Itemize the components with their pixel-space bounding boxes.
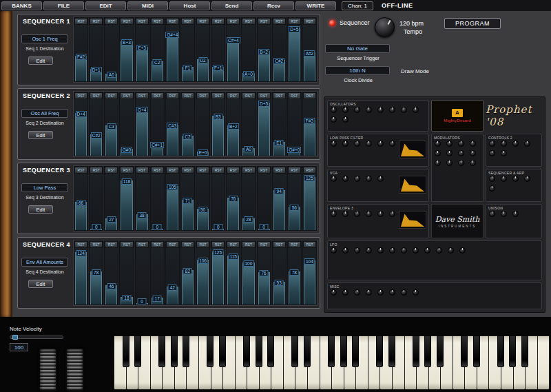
knob[interactable] (458, 160, 464, 166)
step-reset-button[interactable]: RST (90, 242, 102, 247)
black-key[interactable] (388, 336, 395, 367)
knob[interactable] (489, 150, 495, 156)
step-bar[interactable] (75, 252, 87, 305)
step-bar[interactable] (304, 120, 315, 156)
step-bar[interactable] (304, 260, 315, 305)
knob[interactable] (354, 247, 360, 254)
step-reset-button[interactable]: RST (167, 167, 178, 173)
knob[interactable] (354, 107, 360, 113)
knob[interactable] (470, 150, 476, 156)
knob[interactable] (436, 247, 442, 254)
tempo-knob[interactable] (375, 17, 395, 37)
step-bar-area[interactable]: G#+0 (288, 99, 301, 156)
step-bar[interactable] (273, 190, 285, 230)
knob[interactable] (331, 289, 337, 296)
knob[interactable] (342, 141, 349, 147)
black-key[interactable] (219, 336, 226, 367)
step-bar-area[interactable]: B+2 (227, 99, 240, 156)
knob[interactable] (459, 247, 466, 254)
step-bar-area[interactable]: C#2 (273, 25, 286, 81)
step-reset-button[interactable]: RST (75, 93, 87, 99)
step-bar[interactable] (121, 180, 132, 230)
black-key[interactable] (461, 336, 468, 367)
step-reset-button[interactable]: RST (258, 167, 270, 173)
knob[interactable] (366, 289, 372, 296)
step-reset-button[interactable]: RST (242, 242, 254, 247)
knob[interactable] (389, 289, 395, 296)
step-bar-area[interactable]: 105 (166, 174, 179, 230)
step-reset-button[interactable]: RST (136, 167, 148, 173)
step-bar-area[interactable]: A#2 (303, 25, 316, 81)
step-bar-area[interactable]: 0 (211, 174, 225, 230)
black-key[interactable] (352, 336, 359, 367)
step-reset-button[interactable]: RST (105, 19, 117, 24)
step-bar-area[interactable]: 38 (136, 174, 149, 230)
step-bar-area[interactable]: 42 (166, 248, 179, 305)
knob[interactable] (501, 141, 507, 147)
mod-wheel[interactable] (65, 348, 84, 392)
step-reset-button[interactable]: RST (289, 93, 300, 99)
step-bar[interactable] (304, 177, 315, 230)
knob[interactable] (354, 176, 360, 182)
step-reset-button[interactable]: RST (258, 242, 270, 247)
step-bar-area[interactable]: D+4 (74, 99, 87, 156)
step-reset-button[interactable]: RST (152, 93, 163, 99)
menu-button-send[interactable]: Send (211, 1, 252, 10)
step-reset-button[interactable]: RST (227, 19, 239, 24)
destination-selector[interactable]: Env All Amounts (21, 258, 68, 267)
knob[interactable] (446, 141, 453, 147)
step-bar-area[interactable]: 106 (196, 248, 209, 305)
step-bar-area[interactable]: F#3 (303, 99, 316, 156)
knob[interactable] (342, 211, 349, 217)
knob[interactable] (458, 141, 464, 147)
step-bar-area[interactable]: B+3 (120, 25, 133, 81)
knob[interactable] (377, 107, 384, 113)
black-key[interactable] (267, 336, 274, 367)
note-velocity-slider-thumb[interactable] (12, 335, 18, 340)
step-bar-area[interactable]: C#+4 (227, 25, 240, 81)
step-reset-button[interactable]: RST (197, 242, 209, 247)
black-key[interactable] (304, 336, 311, 367)
step-bar-area[interactable]: 125 (303, 174, 316, 230)
step-reset-button[interactable]: RST (242, 19, 254, 24)
step-reset-button[interactable]: RST (227, 167, 239, 173)
step-bar-area[interactable]: 125 (211, 248, 225, 305)
knob[interactable] (377, 141, 384, 147)
knob[interactable] (446, 160, 453, 166)
step-bar[interactable] (182, 200, 194, 230)
edit-button[interactable]: Edit (28, 280, 53, 288)
step-bar-area[interactable]: 0 (136, 248, 149, 305)
knob[interactable] (413, 289, 419, 296)
knob[interactable] (435, 160, 441, 166)
step-bar-area[interactable]: 100 (242, 248, 255, 305)
knob[interactable] (489, 185, 495, 192)
step-reset-button[interactable]: RST (273, 19, 285, 24)
step-reset-button[interactable]: RST (121, 167, 132, 173)
knob[interactable] (331, 247, 337, 254)
knob[interactable] (331, 176, 337, 182)
knob[interactable] (489, 141, 495, 147)
black-key[interactable] (340, 336, 347, 367)
knob[interactable] (354, 289, 360, 296)
knob[interactable] (366, 107, 372, 113)
black-key[interactable] (183, 336, 189, 367)
edit-button[interactable]: Edit (28, 56, 53, 65)
knob[interactable] (470, 160, 476, 166)
black-key[interactable] (123, 336, 129, 367)
step-reset-button[interactable]: RST (289, 167, 300, 173)
knob[interactable] (389, 211, 395, 217)
step-reset-button[interactable]: RST (227, 242, 239, 247)
step-reset-button[interactable]: RST (105, 167, 117, 173)
step-bar-area[interactable]: 0 (151, 174, 164, 230)
menu-button-recv[interactable]: Recv (253, 1, 294, 10)
step-bar[interactable] (197, 260, 209, 305)
step-reset-button[interactable]: RST (182, 19, 194, 24)
knob[interactable] (389, 107, 395, 113)
step-bar[interactable] (227, 39, 239, 81)
step-reset-button[interactable]: RST (121, 93, 132, 99)
step-bar[interactable] (227, 256, 239, 305)
knob[interactable] (366, 211, 372, 217)
step-reset-button[interactable]: RST (197, 19, 209, 24)
step-reset-button[interactable]: RST (90, 19, 102, 24)
step-bar-area[interactable]: A+0 (242, 25, 255, 81)
